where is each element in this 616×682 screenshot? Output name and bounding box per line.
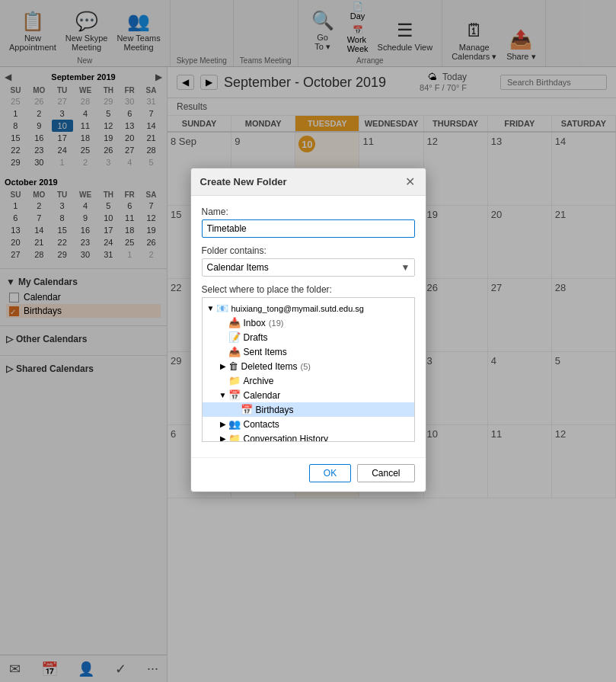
list-item[interactable]: 📁Archive — [203, 373, 414, 388]
tree-item-icon: 📅 — [241, 404, 253, 415]
folder-contains-select-wrapper: Calendar ItemsMail and Post ItemsContact… — [202, 258, 415, 277]
folder-contains-field: Folder contains: Calendar ItemsMail and … — [202, 245, 415, 277]
tree-item-label: Deleted Items — [241, 361, 298, 372]
cancel-button[interactable]: Cancel — [357, 464, 414, 482]
list-item[interactable]: ▶👥Contacts — [203, 417, 414, 431]
tree-item-label: Inbox — [244, 318, 266, 328]
list-item[interactable]: ▼📧huixiang_tong@mymail.sutd.edu.sg — [203, 301, 414, 315]
dialog-title: Create New Folder — [200, 176, 287, 187]
tree-item-icon: 📥 — [228, 317, 241, 328]
tree-item-label: Conversation History — [244, 434, 328, 443]
tree-field: Select where to place the folder: ▼📧huix… — [202, 284, 415, 442]
expand-icon[interactable]: ▶ — [218, 420, 228, 428]
tree-root-label: huixiang_tong@mymail.sutd.edu.sg — [231, 304, 364, 313]
expand-icon[interactable]: ▶ — [218, 434, 228, 442]
list-item[interactable]: ▶📁Conversation History — [203, 431, 414, 442]
list-item[interactable]: 📥Inbox(19) — [203, 315, 414, 330]
list-item[interactable]: ▼📅Calendar — [203, 388, 414, 402]
tree-item-label: Archive — [244, 376, 274, 386]
tree-item-icon: 📅 — [228, 389, 241, 401]
dialog-header: Create New Folder ✕ — [191, 168, 426, 196]
tree-item-icon: 📁 — [228, 433, 241, 442]
dialog-body: Name: Folder contains: Calendar ItemsMai… — [191, 196, 426, 457]
tree-item-icon: 📁 — [228, 375, 241, 386]
folder-contains-label: Folder contains: — [202, 245, 415, 256]
tree-item-icon: 👥 — [228, 418, 241, 430]
ok-button[interactable]: OK — [309, 464, 351, 482]
count-badge: (5) — [301, 362, 311, 371]
tree-item-label: Calendar — [244, 390, 281, 401]
dialog-footer: OK Cancel — [191, 457, 426, 491]
tree-root-icon: 📧 — [216, 303, 228, 314]
tree-item-label: Drafts — [244, 332, 268, 343]
create-folder-dialog: Create New Folder ✕ Name: Folder contain… — [190, 168, 426, 492]
tree-item-label: Contacts — [244, 419, 279, 430]
folder-tree[interactable]: ▼📧huixiang_tong@mymail.sutd.edu.sg📥Inbox… — [202, 297, 415, 442]
name-field: Name: — [202, 207, 415, 238]
tree-item-icon: 📤 — [228, 346, 241, 357]
tree-item-icon: 🗑 — [228, 360, 238, 372]
dialog-overlay: Create New Folder ✕ Name: Folder contain… — [0, 0, 616, 682]
collapse-icon[interactable]: ▼ — [206, 304, 216, 312]
collapse-icon[interactable]: ▼ — [218, 391, 228, 399]
tree-item-label: Birthdays — [256, 405, 294, 415]
dialog-close-button[interactable]: ✕ — [404, 175, 417, 189]
list-item[interactable]: 📤Sent Items — [203, 344, 414, 359]
list-item[interactable]: 📅Birthdays — [203, 402, 414, 417]
list-item[interactable]: 📝Drafts — [203, 330, 414, 344]
tree-item-icon: 📝 — [228, 331, 241, 343]
tree-label: Select where to place the folder: — [202, 284, 415, 295]
count-badge: (19) — [269, 319, 284, 328]
tree-root: ▼📧huixiang_tong@mymail.sutd.edu.sg📥Inbox… — [203, 301, 414, 442]
list-item[interactable]: ▶🗑Deleted Items(5) — [203, 359, 414, 373]
tree-item-label: Sent Items — [244, 347, 287, 357]
folder-contains-select[interactable]: Calendar ItemsMail and Post ItemsContact… — [202, 258, 415, 277]
expand-icon[interactable]: ▶ — [218, 362, 228, 370]
name-label: Name: — [202, 207, 415, 217]
name-input[interactable] — [202, 219, 415, 238]
